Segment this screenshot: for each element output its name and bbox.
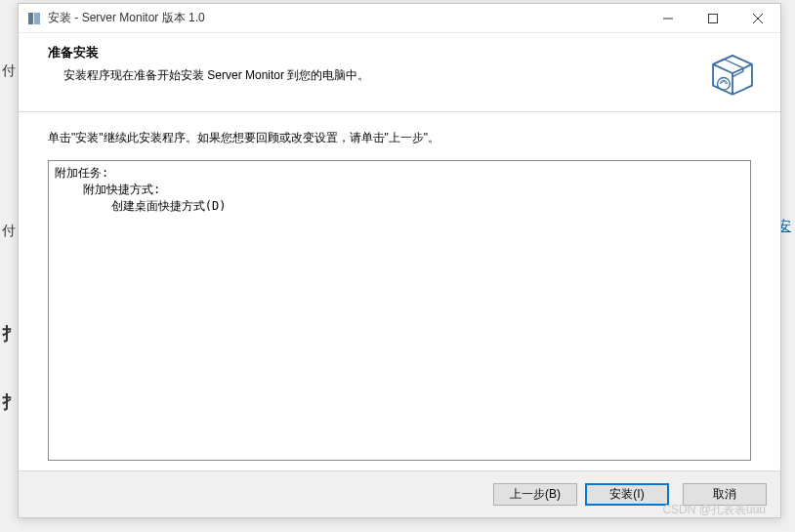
wizard-footer: 上一步(B) 安装(I) 取消: [19, 471, 780, 517]
svg-rect-3: [709, 14, 718, 22]
cancel-button[interactable]: 取消: [683, 483, 767, 506]
installer-window: 安装 - Server Monitor 版本 1.0 准备安装 安装程序现在准备…: [18, 3, 781, 518]
wizard-content: 单击"安装"继续此安装程序。如果您想要回顾或改变设置，请单击"上一步"。 附加任…: [19, 112, 780, 471]
svg-rect-0: [28, 13, 33, 24]
close-button[interactable]: [735, 4, 780, 33]
instruction-text: 单击"安装"继续此安装程序。如果您想要回顾或改变设置，请单击"上一步"。: [48, 130, 751, 146]
window-controls: [646, 4, 780, 33]
minimize-button[interactable]: [646, 4, 690, 33]
page-heading: 准备安装: [48, 45, 704, 61]
page-subheading: 安装程序现在准备开始安装 Server Monitor 到您的电脑中。: [48, 67, 704, 84]
svg-point-6: [718, 78, 731, 91]
back-button[interactable]: 上一步(B): [493, 483, 577, 506]
maximize-button[interactable]: [690, 4, 735, 33]
app-icon: [26, 11, 42, 26]
titlebar: 安装 - Server Monitor 版本 1.0: [19, 4, 780, 33]
box-icon: [704, 45, 761, 102]
svg-rect-1: [34, 13, 40, 24]
window-title: 安装 - Server Monitor 版本 1.0: [48, 10, 205, 26]
header-text: 准备安装 安装程序现在准备开始安装 Server Monitor 到您的电脑中。: [48, 45, 704, 84]
summary-textbox[interactable]: 附加任务: 附加快捷方式: 创建桌面快捷方式(D): [48, 160, 751, 461]
wizard-header: 准备安装 安装程序现在准备开始安装 Server Monitor 到您的电脑中。: [19, 33, 780, 112]
install-button[interactable]: 安装(I): [585, 483, 669, 506]
